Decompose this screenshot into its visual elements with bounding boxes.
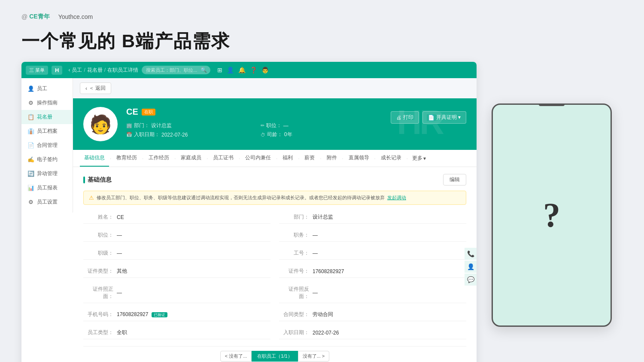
tab-sep-11: ·: [407, 156, 408, 161]
transfer-icon: 🔄: [27, 170, 34, 177]
question-mark: ?: [543, 196, 560, 235]
info-row-idtype: 证件类型： 其他: [83, 265, 270, 278]
tab-concurrent[interactable]: 公司内兼任: [241, 150, 275, 167]
user-circle-icon[interactable]: 👤: [227, 67, 234, 73]
sidebar-item-profile[interactable]: 👔 员工档案: [21, 124, 73, 138]
label-idtype: 证件类型：: [83, 268, 113, 275]
sidebar-item-contract[interactable]: 📄 合同管理: [21, 138, 73, 152]
meta-department-label: 部门：: [134, 122, 149, 129]
sidebar: 👤 员工 ⚙ 操作指南 📋 花名册 👔 员: [21, 78, 73, 213]
tab-manager[interactable]: 直属领导: [344, 150, 374, 167]
label-idno: 证件号：: [279, 268, 309, 275]
back-icon: ‹: [85, 85, 87, 91]
calendar-icon: 📅: [126, 132, 132, 137]
contract-icon: 📄: [27, 142, 34, 149]
employee-icon: 👤: [27, 85, 34, 92]
certificate-icon: 📄: [428, 115, 434, 121]
label-emptype: 员工类型：: [83, 329, 113, 336]
side-action-contact[interactable]: 👤: [465, 261, 477, 273]
account-icon[interactable]: 👨: [261, 67, 269, 73]
guide-icon: ⚙: [27, 100, 34, 106]
info-row-name: 姓名： CE: [83, 211, 270, 224]
warning-icon: ⚠: [89, 195, 94, 201]
tab-basic-info[interactable]: 基础信息: [80, 150, 109, 167]
section-title-bar: [83, 176, 85, 183]
warning-text: 修改员工部门、职位、职务、职级等信息建议通过调动流程实现，否则无法生成异动记录和…: [97, 195, 385, 201]
value-idtype: 其他: [117, 268, 270, 275]
meta-position-value: —: [283, 123, 289, 129]
side-action-phone[interactable]: 📞: [465, 248, 477, 260]
print-button[interactable]: 🖨 打印: [391, 111, 419, 124]
back-button[interactable]: ‹ ＜ 返回: [80, 82, 111, 94]
sidebar-label-transfer: 异动管理: [37, 170, 58, 177]
employee-header-inner: 🧑 CE 在职 🏢 部门：: [83, 107, 466, 141]
tab-more[interactable]: 更多 ▾: [409, 150, 429, 166]
tab-attachment[interactable]: 附件: [322, 150, 341, 167]
tab-work-history[interactable]: 工作经历: [144, 150, 173, 167]
side-actions: 📞 👤 💬: [465, 248, 477, 286]
breadcrumb-sep-1: /: [84, 67, 85, 73]
warning-action-link[interactable]: 发起调动: [387, 195, 406, 201]
meta-position: ✏ 职位： —: [261, 122, 382, 129]
tab-family[interactable]: 家庭成员: [176, 150, 206, 167]
meta-service: ⏱ 司龄： 0年: [261, 131, 382, 138]
section-title-text: 基础信息: [88, 176, 112, 184]
label-dept: 部门：: [279, 213, 309, 221]
value-grade: —: [117, 250, 270, 256]
tab-welfare[interactable]: 福利: [278, 150, 297, 167]
breadcrumb: ‹ 员工 / 花名册 / 在职员工详情: [68, 67, 138, 74]
info-row-contracttype: 合同类型： 劳动合同: [279, 308, 466, 321]
info-grid: 姓名： CE 部门： 设计总监 职位： —: [83, 211, 466, 339]
bell-icon[interactable]: 🔔: [238, 67, 246, 73]
pagination-next[interactable]: 没有了... >: [298, 351, 330, 362]
sidebar-item-guide[interactable]: ⚙ 操作指南: [21, 96, 73, 110]
hr-system: 三 菜单 H ‹ 员工 / 花名册 / 在职员工详情 🔍 ⊞ 👤 �: [21, 62, 477, 362]
side-action-message[interactable]: 💬: [465, 274, 477, 286]
edit-button[interactable]: 编辑: [443, 174, 466, 186]
sidebar-item-employee[interactable]: 👤 员工: [21, 82, 73, 96]
sidebar-item-roster[interactable]: 📋 花名册: [21, 110, 73, 124]
tab-growth[interactable]: 成长记录: [377, 150, 406, 167]
value-empno: —: [313, 250, 466, 256]
pagination-current[interactable]: 在职员工（1/1）: [252, 351, 298, 362]
phone-panel: ?: [485, 62, 618, 362]
search-icon: 🔍: [200, 67, 207, 73]
sidebar-item-esign[interactable]: ✍ 电子签约: [21, 152, 73, 167]
employee-info: CE 在职 🏢 部门： 设计总监: [126, 107, 382, 138]
employee-meta: 🏢 部门： 设计总监 ✏ 职位： —: [126, 122, 382, 138]
hr-body: 👤 员工 ⚙ 操作指南 📋 花名册 👔 员: [21, 78, 477, 362]
pagination-prev[interactable]: < 没有了...: [220, 351, 252, 362]
breadcrumb-back-icon[interactable]: ‹: [68, 67, 70, 73]
certificate-button[interactable]: 📄 开具证明 ▾: [422, 111, 466, 124]
value-dept: 设计总监: [313, 213, 466, 221]
label-jobtitle: 职务：: [279, 231, 309, 239]
sidebar-label-employee: 员工: [37, 85, 47, 92]
report-icon: 📊: [27, 185, 34, 191]
sidebar-item-settings[interactable]: ⚙ 员工设置: [21, 195, 73, 209]
tab-sep-3: ·: [174, 156, 176, 161]
top-navbar: 三 菜单 H ‹ 员工 / 花名册 / 在职员工详情 🔍 ⊞ 👤 �: [21, 62, 477, 78]
meta-joindate: 📅 入职日期： 2022-07-26: [126, 131, 248, 138]
tab-sep-9: ·: [342, 156, 343, 161]
label-id-back: 证件照反面：: [279, 286, 309, 300]
brand-url: Youthce.com: [58, 13, 93, 20]
grid-icon[interactable]: ⊞: [217, 67, 222, 73]
tab-sep-8: ·: [320, 156, 321, 161]
sidebar-label-contract: 合同管理: [37, 142, 58, 149]
breadcrumb-item-1[interactable]: 员工: [72, 67, 82, 74]
tab-certificates[interactable]: 员工证书: [209, 150, 238, 167]
tab-salary[interactable]: 薪资: [300, 150, 319, 167]
info-row-idno: 证件号： 17608282927: [279, 265, 466, 278]
roster-icon: 📋: [27, 114, 34, 120]
info-row-position: 职位： —: [83, 229, 270, 242]
help-icon[interactable]: ❓: [250, 67, 257, 73]
tab-bar: 基础信息 · 教育经历 · 工作经历 · 家庭成员 · 员工证书 · 公司内兼任…: [73, 150, 477, 167]
nav-search-input[interactable]: [142, 66, 210, 74]
breadcrumb-item-2[interactable]: 花名册: [87, 67, 103, 74]
nav-hamburger[interactable]: 三 菜单: [26, 66, 48, 75]
sidebar-item-transfer[interactable]: 🔄 异动管理: [21, 167, 73, 181]
sidebar-item-report[interactable]: 📊 员工报表: [21, 181, 73, 195]
value-name: CE: [117, 214, 270, 220]
settings-icon: ⚙: [27, 199, 34, 205]
tab-education[interactable]: 教育经历: [112, 150, 141, 167]
